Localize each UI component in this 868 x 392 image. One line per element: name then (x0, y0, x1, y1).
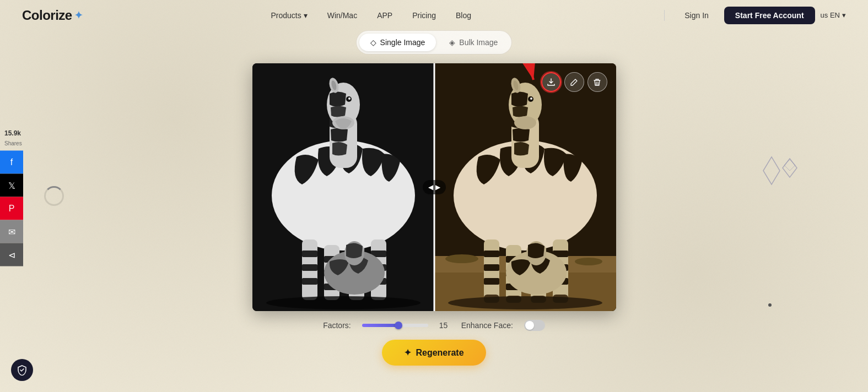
arrow-left: ◀ (428, 183, 433, 191)
svg-point-6 (348, 97, 351, 100)
single-image-tab-icon: ◇ (370, 38, 376, 47)
nav-divider (664, 10, 665, 21)
nav-winmac[interactable]: Win/Mac (320, 8, 365, 23)
arrow-right: ▶ (435, 183, 440, 191)
nav-app[interactable]: APP (369, 8, 400, 23)
general-share-button[interactable]: ⊲ (0, 243, 23, 266)
nav-products[interactable]: Products ▾ (263, 8, 315, 23)
nav-actions: Sign In Start Free Account us EN ▾ (660, 7, 846, 24)
slider-thumb (395, 322, 402, 329)
enhance-face-toggle[interactable] (524, 320, 545, 331)
main-content: ◇ Single Image ◈ Bulk Image (0, 30, 868, 366)
divider-handle[interactable]: ◀ ▶ (423, 180, 446, 194)
social-sidebar: 15.9k Shares f 𝕏 P ✉ ⊲ (0, 126, 26, 266)
share-count: 15.9k (0, 126, 26, 140)
factors-label: Factors: (323, 321, 351, 330)
facebook-share-button[interactable]: f (0, 151, 23, 174)
nav-links: Products ▾ Win/Mac APP Pricing Blog (263, 8, 479, 23)
regenerate-icon: ✦ (404, 347, 411, 358)
svg-rect-63 (434, 63, 616, 311)
controls-row: Factors: 15 Enhance Face: (323, 320, 545, 331)
start-free-account-button[interactable]: Start Free Account (724, 7, 815, 24)
original-image-panel (252, 63, 434, 311)
cursor (768, 303, 772, 307)
svg-point-25 (266, 296, 420, 309)
pinterest-share-button[interactable]: P (0, 197, 23, 220)
enhance-face-label: Enhance Face: (461, 321, 513, 330)
shield-check-icon (17, 364, 28, 375)
language-selector[interactable]: us EN ▾ (821, 11, 846, 19)
slider-fill (362, 324, 398, 327)
edit-button[interactable] (564, 72, 584, 92)
single-image-tab[interactable]: ◇ Single Image (359, 34, 436, 51)
svg-rect-15 (302, 264, 317, 271)
navigation: Colorize✦ Products ▾ Win/Mac APP Pricing… (0, 0, 868, 30)
email-share-button[interactable]: ✉ (0, 220, 23, 243)
regenerate-label: Regenerate (416, 348, 463, 358)
logo-text: Colorize (22, 8, 72, 23)
download-button[interactable] (541, 72, 561, 92)
twitter-share-button[interactable]: 𝕏 (0, 174, 23, 197)
download-icon (547, 78, 556, 86)
factors-value: 15 (439, 321, 450, 330)
trust-badge-button[interactable] (11, 359, 33, 381)
bulk-image-tab[interactable]: ◈ Bulk Image (438, 34, 509, 51)
edit-icon (570, 78, 578, 86)
trash-icon (593, 78, 601, 86)
tab-selector: ◇ Single Image ◈ Bulk Image (356, 30, 513, 55)
lang-label: us EN (821, 11, 840, 19)
image-toolbar (541, 72, 607, 92)
svg-rect-14 (302, 251, 317, 257)
regenerate-button[interactable]: ✦ Regenerate (382, 340, 486, 366)
lang-dropdown-icon: ▾ (842, 11, 846, 19)
nav-pricing[interactable]: Pricing (405, 8, 444, 23)
single-image-tab-label: Single Image (380, 38, 425, 47)
image-comparison-container: ◀ ▶ (252, 63, 616, 311)
colorized-image-panel (434, 63, 616, 311)
nav-blog[interactable]: Blog (448, 8, 479, 23)
svg-rect-16 (302, 278, 317, 285)
factors-slider[interactable] (362, 324, 428, 327)
toggle-thumb (525, 321, 534, 330)
products-dropdown-icon: ▾ (304, 11, 308, 20)
shares-label: Shares (0, 140, 26, 151)
signin-button[interactable]: Sign In (675, 7, 719, 24)
delete-button[interactable] (587, 72, 607, 92)
logo-star: ✦ (74, 9, 83, 21)
bulk-image-tab-label: Bulk Image (459, 38, 498, 47)
bulk-image-tab-icon: ◈ (449, 38, 455, 47)
logo[interactable]: Colorize✦ (22, 8, 82, 23)
